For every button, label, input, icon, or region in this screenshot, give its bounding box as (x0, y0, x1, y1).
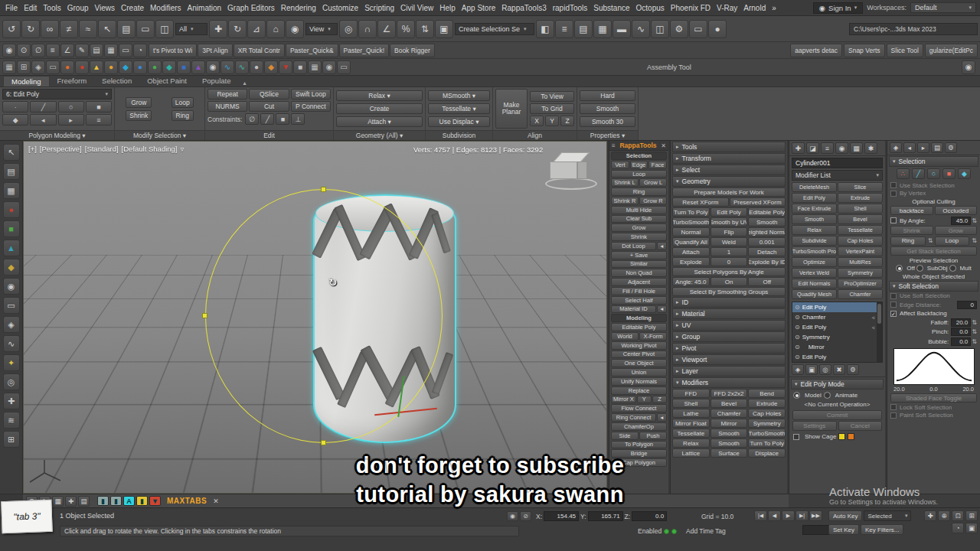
modifier-preset-button[interactable]: VertexPaint (838, 246, 883, 256)
viewport-menu-pov[interactable]: [Perspective] (40, 145, 82, 153)
edit-tool-button[interactable]: P Connect (291, 101, 331, 112)
pinch-field[interactable]: 0.0 (951, 328, 971, 336)
plugin-script-icon[interactable]: ∿ (235, 60, 249, 74)
modifier-stack-item[interactable]: ⊙ Edit Poly ◃ (792, 322, 877, 332)
rollout-header[interactable]: ▸ UV (672, 320, 786, 331)
render-setup-icon[interactable]: ⚙ (670, 20, 688, 38)
section-caption-edit[interactable]: Edit (205, 130, 333, 140)
prev-modifier-icon[interactable]: ◂ (30, 114, 56, 126)
edge-distance-checkbox[interactable] (890, 302, 897, 308)
modifier-stack-item[interactable]: ⊙ Symmetry (792, 332, 877, 342)
menu-item[interactable]: Octopus (633, 0, 668, 16)
rappatools-button[interactable]: Union (611, 368, 667, 377)
modifier-preset-button[interactable]: ProOptimizer (838, 279, 883, 289)
plugin-script-icon[interactable]: ◉ (322, 60, 336, 74)
viewport-menu-plus[interactable]: [+] (28, 145, 37, 153)
viewcube[interactable] (548, 152, 596, 191)
zoom-extents-icon[interactable]: ⊡ (952, 510, 964, 521)
geometry-tool-button[interactable]: 1 (710, 247, 748, 256)
geometry-tool-button[interactable]: Smooth by UV (710, 217, 748, 227)
object-name-field[interactable]: Cylinder001 (792, 158, 883, 168)
element-sub-icon[interactable]: ◆ (2, 114, 28, 126)
shape-tool-icon[interactable]: ∿ (3, 335, 20, 352)
schematic-view-icon[interactable]: ◫ (651, 20, 669, 38)
element-level-icon[interactable]: ◆ (958, 168, 971, 179)
gizmo-handle[interactable] (321, 187, 326, 192)
section-caption-align[interactable]: Align (493, 130, 577, 140)
geometry-tool-button[interactable]: Explode (672, 257, 710, 266)
menu-item[interactable]: Rendering (278, 0, 319, 16)
set-key-button[interactable]: Set Key (828, 524, 859, 535)
select-manipulate-icon[interactable]: ◎ (339, 20, 358, 38)
modify-tab-icon[interactable]: ◪ (806, 142, 819, 154)
spinner-icon[interactable]: ⇅ (928, 237, 933, 244)
geometry-tool-button[interactable]: 0.001 (748, 237, 786, 246)
select-scale-icon[interactable]: ⊿ (247, 20, 266, 38)
gizmo-handle[interactable] (202, 313, 207, 318)
add-time-tag[interactable]: Add Time Tag (686, 527, 726, 535)
display-tab-icon[interactable]: ▦ (850, 142, 863, 154)
redo-icon[interactable]: ↻ (21, 20, 40, 38)
key-mode-dropdown[interactable]: Selected ▾ (864, 510, 911, 521)
geometry-tool-button[interactable]: Detach (748, 247, 786, 256)
maximize-viewport-icon[interactable]: ▣ (965, 523, 978, 533)
geometry-tool-button[interactable]: Quandify All (672, 237, 710, 246)
edge-sub-icon[interactable]: ╱ (30, 101, 56, 112)
visibility-icon[interactable]: ⊙ (795, 304, 800, 311)
constrain-edge-icon[interactable]: ╱ (260, 113, 274, 125)
rappatools-button[interactable]: Side (611, 432, 639, 440)
modifier-preset-button[interactable]: Symmetry (838, 268, 883, 278)
listener-icon[interactable]: ▤ (90, 44, 103, 57)
section-caption-polygon-modeling[interactable]: Polygon Modeling ▾ (0, 130, 114, 140)
menu-item[interactable]: Arnold (740, 0, 769, 16)
by-angle-checkbox[interactable] (890, 217, 897, 223)
modifier-preset-button[interactable]: DeleteMesh (792, 182, 837, 192)
animate-radio[interactable] (824, 392, 831, 399)
constrain-none-icon[interactable]: ∅ (245, 113, 259, 125)
viewcube-ring[interactable] (545, 178, 597, 190)
spinner-icon[interactable]: ⇅ (972, 237, 977, 244)
crossing-selection-icon[interactable]: ◫ (155, 20, 174, 38)
reset-xform-icon[interactable]: ∅ (31, 44, 45, 57)
modifier-preset-button[interactable]: Face Extrude (792, 204, 837, 214)
mirror-icon[interactable]: ◧ (536, 20, 554, 38)
cone-tool-icon[interactable]: ▲ (3, 240, 20, 256)
plugin-script-icon[interactable]: ● (104, 60, 118, 74)
rappatools-button[interactable]: Working Pivot (611, 341, 667, 350)
menu-item[interactable]: App Store (459, 0, 498, 16)
rollout-header[interactable]: ▸ Pivot (672, 343, 786, 354)
ribbon-tab[interactable]: Populate (194, 76, 239, 86)
visibility-icon[interactable]: ⊙ (795, 324, 800, 331)
plugin-script-icon[interactable]: ∿ (220, 60, 234, 74)
undo-icon[interactable]: ↺ (2, 20, 21, 38)
rappatools-button[interactable]: Center Pivot (611, 350, 667, 359)
rappatools-button[interactable]: World (611, 332, 639, 341)
geometry-tool-button[interactable]: Weld (710, 237, 748, 246)
modifier-preset-button[interactable]: Shell (838, 204, 883, 214)
geometry-tool-button[interactable]: Angle: 45.0 (672, 277, 710, 286)
menu-item[interactable]: Modifiers (147, 0, 185, 16)
script-button[interactable]: Paster_Quick& (286, 44, 338, 57)
rappatools-button[interactable]: Selection (611, 152, 667, 160)
paint-soft-selection-checkbox[interactable] (890, 412, 897, 419)
modifier-preset-button[interactable]: Optimize (792, 257, 837, 267)
occluded-button[interactable]: Occluded (935, 206, 978, 215)
subdivision-tool-button[interactable]: MSmooth ▾ (428, 90, 490, 101)
menu-item[interactable]: RappaTools3 (498, 0, 549, 16)
bind-spacewarp-icon[interactable]: ≈ (79, 20, 97, 38)
modifier-preset-button[interactable]: MultiRes (838, 257, 883, 267)
modifier-shortcut-button[interactable]: Symmetry (748, 419, 786, 428)
modifier-preset-button[interactable]: Bevel (838, 214, 883, 224)
layers-tool-icon[interactable]: ▤ (3, 163, 20, 180)
add-tab-icon[interactable]: ✚ (65, 496, 77, 507)
plugin-script-icon[interactable]: ■ (293, 60, 307, 74)
geometry-tool-button[interactable]: Off (748, 277, 786, 286)
geometry-tool-button[interactable]: Editable Poly (748, 207, 786, 217)
plugin-script-icon[interactable]: ▭ (46, 60, 60, 74)
preview-subobj-radio[interactable] (916, 265, 923, 272)
plugin-script-icon[interactable]: ▲ (191, 60, 205, 74)
rollout-header[interactable]: ▸ ID (672, 297, 786, 308)
constrain-normal-icon[interactable]: ⊥ (291, 113, 305, 125)
rappatools-button[interactable]: Editable Poly (611, 323, 667, 331)
rappatools-button[interactable]: ◂ (657, 413, 667, 422)
